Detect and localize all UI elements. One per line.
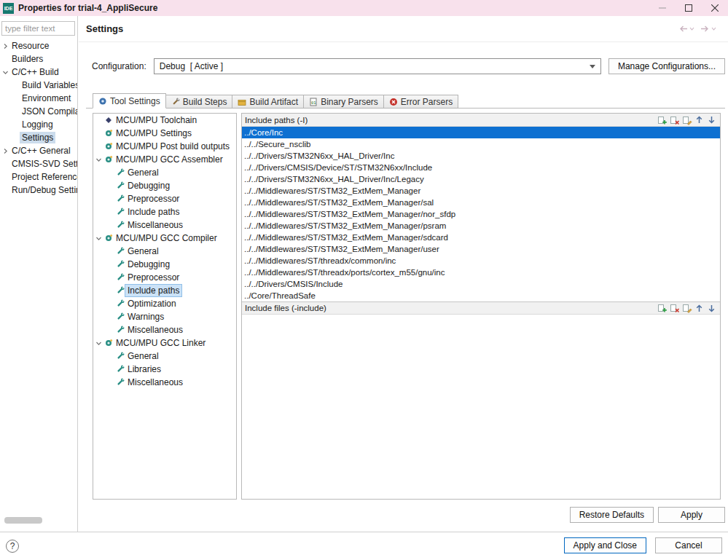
- forward-button[interactable]: [698, 23, 718, 34]
- gear-icon: [103, 234, 114, 242]
- apply-and-close-button[interactable]: Apply and Close: [564, 537, 646, 553]
- move-up-icon[interactable]: [694, 303, 705, 313]
- move-down-icon[interactable]: [706, 303, 717, 313]
- delete-icon[interactable]: [669, 303, 680, 313]
- tab-binary-parsers[interactable]: 01Binary Parsers: [303, 95, 384, 109]
- include-path-item[interactable]: ../../Drivers/CMSIS/Include: [242, 278, 720, 290]
- tool-tree-item-general[interactable]: General: [93, 166, 236, 179]
- chevron-down-icon[interactable]: [95, 157, 103, 163]
- chevron-down-icon[interactable]: [95, 340, 103, 347]
- move-down-icon[interactable]: [706, 115, 717, 125]
- wrench-icon: [114, 299, 125, 308]
- include-path-item[interactable]: ../../Middlewares/ST/STM32_ExtMem_Manage…: [242, 232, 720, 243]
- chevron-right-icon[interactable]: [1, 43, 9, 50]
- help-button[interactable]: ?: [6, 540, 19, 553]
- sidebar-item-resource[interactable]: Resource: [0, 39, 77, 52]
- tool-tree-item-include-paths[interactable]: Include paths: [93, 284, 236, 297]
- tool-tree-item-label: Preprocessor: [125, 272, 181, 283]
- tool-tree-item-optimization[interactable]: Optimization: [93, 297, 236, 310]
- move-up-icon[interactable]: [694, 115, 705, 125]
- sidebar-item-environment[interactable]: Environment: [0, 92, 77, 105]
- tool-tree-item-miscellaneous[interactable]: Miscellaneous: [93, 218, 236, 232]
- sidebar-item-cmsis-svd-settin[interactable]: CMSIS-SVD Settin: [0, 157, 77, 170]
- back-button[interactable]: [676, 23, 696, 34]
- tool-tree-item-miscellaneous[interactable]: Miscellaneous: [93, 323, 236, 336]
- wrench-icon: [114, 208, 125, 216]
- add-icon[interactable]: [657, 303, 668, 313]
- tool-tree-item-mcu-mpu-post-build-outputs[interactable]: MCU/MPU Post build outputs: [93, 140, 236, 153]
- sidebar-item-settings[interactable]: Settings: [0, 131, 77, 144]
- restore-defaults-button[interactable]: Restore Defaults: [570, 507, 654, 523]
- tab-error-parsers[interactable]: Error Parsers: [383, 95, 458, 109]
- tab-build-artifact[interactable]: Build Artifact: [232, 95, 304, 109]
- include-paths-title: Include paths (-I): [245, 116, 308, 125]
- include-paths-list: ../Core/Inc../../Secure_nsclib../../Driv…: [242, 127, 720, 301]
- manage-configurations-button[interactable]: Manage Configurations...: [608, 58, 725, 74]
- minimize-button[interactable]: [649, 0, 676, 16]
- filter-input[interactable]: [1, 21, 75, 36]
- chevron-right-icon[interactable]: [1, 148, 9, 154]
- tool-tree-item-libraries[interactable]: Libraries: [93, 363, 236, 376]
- chevron-down-icon[interactable]: [1, 69, 9, 76]
- sidebar-item-run-debug-settin[interactable]: Run/Debug Settin: [0, 184, 77, 197]
- add-icon[interactable]: [657, 115, 668, 125]
- gear-icon: [103, 155, 114, 164]
- sidebar-item-label: Project Reference: [9, 171, 77, 183]
- include-path-item[interactable]: ../../Drivers/STM32N6xx_HAL_Driver/Inc/L…: [242, 173, 720, 185]
- tool-tree-item-mcu-mpu-toolchain[interactable]: MCU/MPU Toolchain: [93, 114, 236, 127]
- sidebar-item-builders[interactable]: Builders: [0, 52, 77, 66]
- include-files-title: Include files (-include): [245, 304, 326, 312]
- tool-tree-item-mcu-mpu-settings[interactable]: MCU/MPU Settings: [93, 127, 236, 140]
- include-path-item[interactable]: ../../Drivers/CMSIS/Device/ST/STM32N6xx/…: [242, 162, 720, 173]
- chevron-down-icon: [689, 27, 694, 31]
- tab-build-steps[interactable]: Build Steps: [165, 95, 233, 109]
- include-path-item[interactable]: ../../Middlewares/ST/STM32_ExtMem_Manage…: [242, 208, 720, 220]
- include-path-item[interactable]: ../../Secure_nsclib: [242, 138, 720, 150]
- include-path-item[interactable]: ../../Middlewares/ST/threadx/common/inc: [242, 255, 720, 267]
- tool-tree-item-debugging[interactable]: Debugging: [93, 179, 236, 192]
- include-files-list[interactable]: [242, 315, 720, 499]
- include-path-item[interactable]: ../Core/Inc: [242, 127, 720, 138]
- sidebar-item-build-variables[interactable]: Build Variables: [0, 79, 77, 92]
- edit-icon[interactable]: [681, 115, 692, 125]
- tool-tree-item-general[interactable]: General: [93, 350, 236, 363]
- configuration-select[interactable]: Debug [ Active ]: [154, 58, 601, 74]
- page-header: Settings: [79, 16, 728, 42]
- include-path-item[interactable]: ../../Middlewares/ST/STM32_ExtMem_Manage…: [242, 220, 720, 232]
- sidebar-item-logging[interactable]: Logging: [0, 118, 77, 131]
- close-button[interactable]: [702, 0, 728, 16]
- maximize-button[interactable]: [676, 0, 702, 16]
- include-path-item[interactable]: ../../Middlewares/ST/threadx/ports/corte…: [242, 267, 720, 278]
- include-path-item[interactable]: ../Core/ThreadSafe: [242, 290, 720, 301]
- tool-tree-item-general[interactable]: General: [93, 245, 236, 258]
- cancel-button[interactable]: Cancel: [655, 537, 722, 553]
- include-path-item[interactable]: ../../Middlewares/ST/STM32_ExtMem_Manage…: [242, 185, 720, 197]
- tool-tree-item-warnings[interactable]: Warnings: [93, 310, 236, 323]
- sidebar-hscroll-thumb[interactable]: [4, 517, 42, 524]
- apply-button[interactable]: Apply: [658, 507, 725, 523]
- tab-tool-settings[interactable]: Tool Settings: [93, 93, 166, 109]
- edit-icon[interactable]: [681, 303, 692, 313]
- tool-tree-item-miscellaneous[interactable]: Miscellaneous: [93, 376, 236, 389]
- delete-icon[interactable]: [669, 115, 680, 125]
- tool-tree-item-debugging[interactable]: Debugging: [93, 258, 236, 271]
- sidebar-item-c-c-general[interactable]: C/C++ General: [0, 144, 77, 157]
- gear-icon: [103, 129, 114, 138]
- chevron-down-icon[interactable]: [95, 235, 103, 242]
- tool-tree-item-preprocessor[interactable]: Preprocessor: [93, 192, 236, 205]
- tool-tree-item-label: Miscellaneous: [125, 324, 185, 336]
- sidebar-item-label: Build Variables: [20, 79, 77, 91]
- sidebar-item-json-compila[interactable]: JSON Compila: [0, 105, 77, 118]
- tool-tree-item-preprocessor[interactable]: Preprocessor: [93, 271, 236, 284]
- include-path-item[interactable]: ../../Middlewares/ST/STM32_ExtMem_Manage…: [242, 197, 720, 208]
- include-path-item[interactable]: ../../Drivers/STM32N6xx_HAL_Driver/Inc: [242, 150, 720, 162]
- sidebar-item-project-reference[interactable]: Project Reference: [0, 170, 77, 184]
- sidebar-item-label: JSON Compila: [20, 106, 77, 117]
- tool-tree-item-mcu-mpu-gcc-linker[interactable]: MCU/MPU GCC Linker: [93, 336, 236, 350]
- tool-tree-item-mcu-mpu-gcc-compiler[interactable]: MCU/MPU GCC Compiler: [93, 232, 236, 245]
- sidebar-item-c-c-build[interactable]: C/C++ Build: [0, 66, 77, 79]
- tool-tree-item-mcu-mpu-gcc-assembler[interactable]: MCU/MPU GCC Assembler: [93, 153, 236, 166]
- include-path-item[interactable]: ../../Middlewares/ST/STM32_ExtMem_Manage…: [242, 243, 720, 255]
- tool-tree-item-include-paths[interactable]: Include paths: [93, 205, 236, 218]
- app-icon: IDE: [3, 3, 14, 14]
